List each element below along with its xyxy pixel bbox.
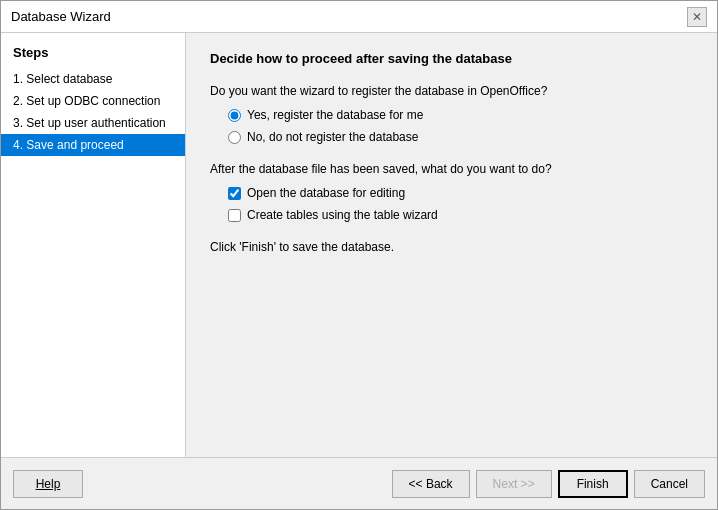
radio-no-register-label: No, do not register the database xyxy=(247,130,418,144)
title-bar: Database Wizard ✕ xyxy=(1,1,717,33)
checkbox-group-after-save: Open the database for editing Create tab… xyxy=(228,186,693,222)
finish-button-label: Finish xyxy=(577,477,609,491)
footer: Help << Back Next >> Finish Cancel xyxy=(1,457,717,509)
dialog-title: Database Wizard xyxy=(11,9,111,24)
content-title: Decide how to proceed after saving the d… xyxy=(210,51,693,66)
radio-yes-register-label: Yes, register the database for me xyxy=(247,108,423,122)
checkbox-create-tables-label: Create tables using the table wizard xyxy=(247,208,438,222)
checkbox-create-tables-input[interactable] xyxy=(228,209,241,222)
sidebar-item-user-authentication[interactable]: 3. Set up user authentication xyxy=(1,112,185,134)
help-button-label: Help xyxy=(36,477,61,491)
footer-right: << Back Next >> Finish Cancel xyxy=(392,470,705,498)
help-button[interactable]: Help xyxy=(13,470,83,498)
cancel-button[interactable]: Cancel xyxy=(634,470,705,498)
radio-yes-register[interactable]: Yes, register the database for me xyxy=(228,108,693,122)
next-button[interactable]: Next >> xyxy=(476,470,552,498)
sidebar-item-select-database[interactable]: 1. Select database xyxy=(1,68,185,90)
next-button-label: Next >> xyxy=(493,477,535,491)
checkbox-open-editing-label: Open the database for editing xyxy=(247,186,405,200)
main-content: Steps 1. Select database 2. Set up ODBC … xyxy=(1,33,717,457)
finish-note: Click 'Finish' to save the database. xyxy=(210,240,693,254)
question1: Do you want the wizard to register the d… xyxy=(210,84,693,98)
radio-no-register-input[interactable] xyxy=(228,131,241,144)
database-wizard-dialog: Database Wizard ✕ Steps 1. Select databa… xyxy=(0,0,718,510)
sidebar: Steps 1. Select database 2. Set up ODBC … xyxy=(1,33,186,457)
close-button[interactable]: ✕ xyxy=(687,7,707,27)
checkbox-open-editing-input[interactable] xyxy=(228,187,241,200)
checkbox-create-tables[interactable]: Create tables using the table wizard xyxy=(228,208,693,222)
back-button-label: << Back xyxy=(409,477,453,491)
content-area: Decide how to proceed after saving the d… xyxy=(186,33,717,457)
back-button[interactable]: << Back xyxy=(392,470,470,498)
radio-no-register[interactable]: No, do not register the database xyxy=(228,130,693,144)
sidebar-item-odbc-connection[interactable]: 2. Set up ODBC connection xyxy=(1,90,185,112)
radio-group-register: Yes, register the database for me No, do… xyxy=(228,108,693,144)
cancel-button-label: Cancel xyxy=(651,477,688,491)
question2: After the database file has been saved, … xyxy=(210,162,693,176)
sidebar-item-save-proceed[interactable]: 4. Save and proceed xyxy=(1,134,185,156)
footer-left: Help xyxy=(13,470,83,498)
sidebar-title: Steps xyxy=(1,45,185,68)
radio-yes-register-input[interactable] xyxy=(228,109,241,122)
finish-button[interactable]: Finish xyxy=(558,470,628,498)
checkbox-open-editing[interactable]: Open the database for editing xyxy=(228,186,693,200)
